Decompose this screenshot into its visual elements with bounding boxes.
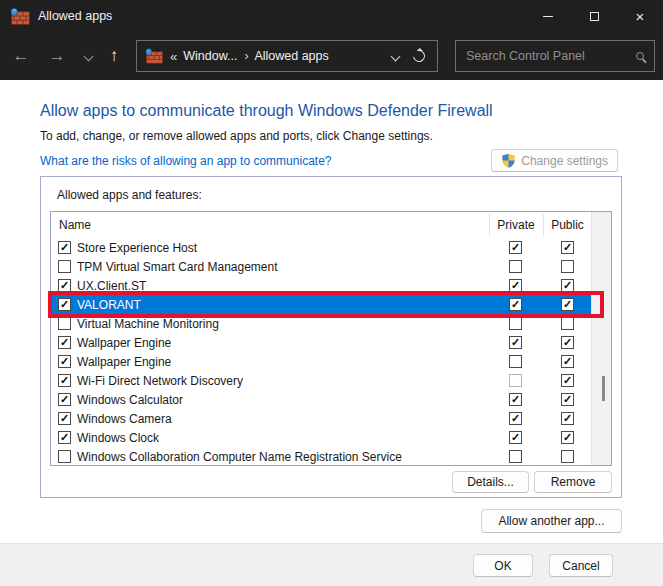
public-checkbox[interactable] bbox=[561, 450, 574, 463]
address-dropdown-button[interactable] bbox=[392, 53, 399, 60]
app-row[interactable]: ✓ UX.Client.ST ✓ ✓ bbox=[51, 276, 591, 295]
remove-button[interactable]: Remove bbox=[534, 471, 612, 493]
app-enabled-checkbox[interactable]: ✓ bbox=[58, 336, 71, 349]
uac-shield-icon bbox=[501, 153, 516, 168]
allow-another-app-button[interactable]: Allow another app... bbox=[481, 509, 622, 533]
app-row[interactable]: ✓ Windows Calculator ✓ ✓ bbox=[51, 390, 591, 409]
maximize-button[interactable] bbox=[571, 0, 617, 32]
search-box[interactable] bbox=[455, 40, 655, 72]
column-divider bbox=[543, 214, 544, 236]
risks-help-link[interactable]: What are the risks of allowing an app to… bbox=[40, 154, 331, 168]
breadcrumb[interactable]: « Window... › Allowed apps bbox=[136, 40, 438, 72]
breadcrumb-overflow[interactable]: « bbox=[170, 49, 177, 64]
back-button[interactable]: ← bbox=[8, 32, 34, 80]
app-row[interactable]: ✓ Store Experience Host ✓ ✓ bbox=[51, 238, 591, 257]
app-name: Wallpaper Engine bbox=[77, 336, 171, 350]
app-enabled-checkbox[interactable]: ✓ bbox=[58, 393, 71, 406]
public-checkbox[interactable]: ✓ bbox=[561, 279, 574, 292]
public-checkbox[interactable]: ✓ bbox=[561, 241, 574, 254]
private-checkbox[interactable]: ✓ bbox=[509, 279, 522, 292]
up-button[interactable]: ↑ bbox=[102, 32, 126, 80]
search-input[interactable] bbox=[466, 49, 630, 63]
navigation-bar: ← → ↑ « Window... › Allowed apps bbox=[0, 32, 663, 80]
app-name: Wallpaper Engine bbox=[77, 355, 171, 369]
private-checkbox[interactable]: ✓ bbox=[509, 393, 522, 406]
private-checkbox[interactable]: ✓ bbox=[509, 298, 522, 311]
page-description: To add, change, or remove allowed apps a… bbox=[40, 129, 433, 143]
column-header-private[interactable]: Private bbox=[489, 218, 543, 232]
allowed-apps-groupbox: Allowed apps and features: Name Private … bbox=[40, 176, 622, 498]
app-row[interactable]: ✓ VALORANT ✓ ✓ bbox=[51, 295, 591, 314]
app-name: Windows Calculator bbox=[77, 393, 183, 407]
dialog-footer: OK Cancel bbox=[0, 543, 663, 586]
app-row[interactable]: ✓ Wallpaper Engine ✓ bbox=[51, 352, 591, 371]
private-checkbox[interactable]: ✓ bbox=[509, 241, 522, 254]
private-checkbox[interactable] bbox=[509, 450, 522, 463]
public-checkbox[interactable] bbox=[561, 317, 574, 330]
private-checkbox[interactable] bbox=[509, 260, 522, 273]
change-settings-button[interactable]: Change settings bbox=[491, 149, 618, 172]
private-checkbox[interactable] bbox=[509, 355, 522, 368]
app-row[interactable]: Virtual Machine Monitoring bbox=[51, 314, 591, 333]
title-bar: Allowed apps × bbox=[0, 0, 663, 32]
forward-button[interactable]: → bbox=[44, 32, 70, 80]
private-checkbox[interactable]: ✓ bbox=[509, 431, 522, 444]
public-checkbox[interactable]: ✓ bbox=[561, 393, 574, 406]
chevron-down-icon bbox=[391, 51, 401, 61]
private-checkbox[interactable] bbox=[509, 374, 522, 387]
firewall-icon bbox=[145, 48, 163, 64]
app-row[interactable]: TPM Virtual Smart Card Management bbox=[51, 257, 591, 276]
app-row[interactable]: Windows Collaboration Computer Name Regi… bbox=[51, 447, 591, 466]
app-name: Wi-Fi Direct Network Discovery bbox=[77, 374, 243, 388]
main-content: Allow apps to communicate through Window… bbox=[0, 80, 663, 586]
app-enabled-checkbox[interactable] bbox=[58, 450, 71, 463]
app-name: Store Experience Host bbox=[77, 241, 197, 255]
close-button[interactable]: × bbox=[617, 0, 663, 32]
up-icon: ↑ bbox=[110, 46, 119, 66]
app-enabled-checkbox[interactable]: ✓ bbox=[58, 374, 71, 387]
public-checkbox[interactable]: ✓ bbox=[561, 431, 574, 444]
window-title: Allowed apps bbox=[38, 9, 112, 23]
private-checkbox[interactable]: ✓ bbox=[509, 336, 522, 349]
app-enabled-checkbox[interactable] bbox=[58, 317, 71, 330]
app-name: Windows Clock bbox=[77, 431, 159, 445]
recent-pages-button[interactable] bbox=[78, 32, 98, 80]
public-checkbox[interactable]: ✓ bbox=[561, 336, 574, 349]
app-row[interactable]: ✓ Wallpaper Engine ✓ ✓ bbox=[51, 333, 591, 352]
app-row[interactable]: ✓ Windows Camera ✓ ✓ bbox=[51, 409, 591, 428]
column-header-public[interactable]: Public bbox=[543, 218, 592, 232]
app-enabled-checkbox[interactable]: ✓ bbox=[58, 279, 71, 292]
app-name: Virtual Machine Monitoring bbox=[77, 317, 219, 331]
ok-button[interactable]: OK bbox=[473, 554, 533, 577]
public-checkbox[interactable]: ✓ bbox=[561, 412, 574, 425]
change-settings-label: Change settings bbox=[521, 154, 608, 168]
app-enabled-checkbox[interactable]: ✓ bbox=[58, 412, 71, 425]
app-enabled-checkbox[interactable]: ✓ bbox=[58, 298, 71, 311]
app-enabled-checkbox[interactable]: ✓ bbox=[58, 355, 71, 368]
search-icon[interactable] bbox=[636, 52, 644, 60]
app-name: TPM Virtual Smart Card Management bbox=[77, 260, 278, 274]
breadcrumb-item-current[interactable]: Allowed apps bbox=[254, 49, 328, 63]
maximize-icon bbox=[590, 12, 599, 21]
scrollbar-thumb[interactable] bbox=[602, 376, 605, 401]
minimize-icon bbox=[543, 16, 553, 17]
minimize-button[interactable] bbox=[525, 0, 571, 32]
cancel-button[interactable]: Cancel bbox=[549, 554, 613, 577]
column-header-name[interactable]: Name bbox=[59, 218, 91, 232]
app-enabled-checkbox[interactable] bbox=[58, 260, 71, 273]
list-scrollbar[interactable] bbox=[591, 212, 611, 465]
page-title: Allow apps to communicate through Window… bbox=[40, 102, 493, 120]
app-enabled-checkbox[interactable]: ✓ bbox=[58, 431, 71, 444]
app-enabled-checkbox[interactable]: ✓ bbox=[58, 241, 71, 254]
public-checkbox[interactable]: ✓ bbox=[561, 355, 574, 368]
details-button[interactable]: Details... bbox=[452, 471, 529, 493]
public-checkbox[interactable]: ✓ bbox=[561, 374, 574, 387]
breadcrumb-item-windows[interactable]: Window... bbox=[183, 49, 237, 63]
app-row[interactable]: ✓ Windows Clock ✓ ✓ bbox=[51, 428, 591, 447]
public-checkbox[interactable]: ✓ bbox=[561, 298, 574, 311]
public-checkbox[interactable] bbox=[561, 260, 574, 273]
app-row[interactable]: ✓ Wi-Fi Direct Network Discovery ✓ bbox=[51, 371, 591, 390]
private-checkbox[interactable] bbox=[509, 317, 522, 330]
refresh-button[interactable] bbox=[411, 48, 428, 65]
private-checkbox[interactable]: ✓ bbox=[509, 412, 522, 425]
